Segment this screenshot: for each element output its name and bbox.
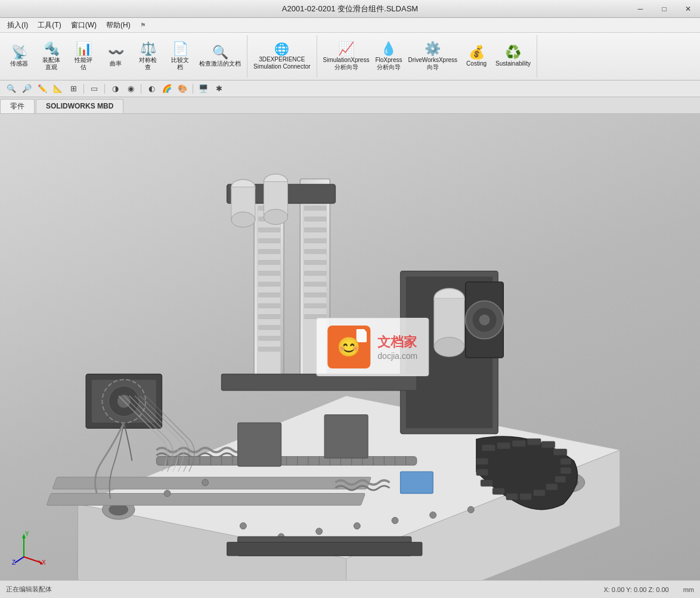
svg-rect-21 [546, 484, 557, 490]
floxpress-btn[interactable]: 💧 FloXpress分析向导 [373, 40, 404, 73]
sustainability-icon: ♻️ [505, 46, 521, 59]
simxpress-label: SimulationXpress分析向导 [323, 57, 370, 71]
svg-rect-46 [258, 314, 280, 318]
svg-rect-104 [238, 423, 281, 466]
close-btn[interactable]: ✕ [676, 0, 700, 17]
app-title: A2001-02-0201 变位滑台组件.SLDASM [282, 4, 418, 14]
watermark-smiley: 😊 [337, 336, 361, 358]
monitor-btn[interactable]: 🖥️ [197, 82, 210, 95]
paint-btn[interactable]: 🎨 [176, 82, 189, 95]
svg-rect-25 [493, 488, 504, 494]
svg-rect-61 [305, 293, 326, 297]
driveworks-btn[interactable]: ⚙️ DriveWorksXpress向导 [405, 40, 460, 73]
secondary-toolbar: 🔍 🔎 ✏️ 📐 ⊞ ▭ ◑ ◉ ◐ 🌈 🎨 🖥️ ✱ [0, 80, 700, 97]
curvature-btn[interactable]: 〰️ 曲率 [100, 44, 131, 70]
menu-window[interactable]: 窗口(W) [66, 19, 101, 32]
tab-bar: 零件 SOLIDWORKS MBD [0, 97, 700, 114]
svg-rect-39 [258, 238, 280, 243]
viewport[interactable]: 😊 文档家 docjia.com Y X Z [0, 114, 700, 580]
svg-rect-48 [258, 336, 280, 340]
svg-rect-11 [47, 494, 366, 506]
minimize-btn[interactable]: ─ [628, 0, 652, 17]
status-message: 正在编辑装配体 [6, 585, 52, 594]
svg-rect-17 [553, 449, 567, 456]
3dexp-btn[interactable]: 🌐 3DEXPERIENCESimulation Connector [251, 41, 313, 73]
symmetry-icon: ⚖️ [140, 42, 156, 55]
sustainability-label: Sustainability [495, 60, 531, 67]
performance-icon: 📊 [76, 42, 92, 55]
svg-point-109 [240, 523, 246, 529]
symmetry-label: 对称检查 [139, 57, 157, 71]
svg-rect-20 [555, 476, 566, 482]
svg-line-122 [24, 557, 42, 563]
3dexp-label: 3DEXPERIENCESimulation Connector [253, 56, 311, 70]
svg-text:Y: Y [25, 531, 29, 537]
main-toolbar: 📡 传感器 🔩 装配体直观 📊 性能评估 〰️ 曲率 ⚖️ 对称检查 📄 比较文… [0, 33, 700, 80]
svg-rect-14 [512, 440, 526, 447]
svg-rect-58 [305, 261, 326, 265]
svg-rect-60 [305, 282, 326, 286]
svg-text:Z: Z [12, 559, 16, 566]
symmetry-btn[interactable]: ⚖️ 对称检查 [132, 40, 163, 73]
pencil-btn[interactable]: ✏️ [36, 82, 49, 95]
watermark: 😊 文档家 docjia.com [316, 318, 429, 376]
check-active-btn[interactable]: 🔍 检查激活的文档 [197, 44, 243, 70]
sep3 [141, 84, 141, 94]
menu-bar: 插入(I) 工具(T) 窗口(W) 帮助(H) ⚑ [0, 18, 700, 33]
watermark-box: 😊 文档家 docjia.com [316, 318, 429, 376]
search-icon-btn[interactable]: 🔍 [5, 82, 18, 95]
menu-help[interactable]: 帮助(H) [101, 19, 135, 32]
mbd-tab[interactable]: SOLIDWORKS MBD [36, 99, 123, 113]
svg-rect-13 [497, 442, 510, 449]
svg-point-70 [264, 209, 287, 224]
svg-rect-16 [541, 441, 555, 448]
svg-rect-56 [305, 238, 326, 243]
sustainability-btn[interactable]: ♻️ Sustainability [493, 44, 533, 70]
check-active-icon: 🔍 [212, 46, 228, 59]
measure-icon-btn[interactable]: 📐 [51, 82, 64, 95]
view-mode-btn[interactable]: ◐ [145, 82, 158, 95]
driveworks-icon: ⚙️ [425, 42, 441, 55]
menu-insert[interactable]: 插入(I) [2, 19, 33, 32]
costing-btn[interactable]: 💰 Costing [461, 44, 492, 70]
color-btn[interactable]: 🌈 [160, 82, 174, 95]
floxpress-icon: 💧 [380, 42, 397, 55]
svg-rect-105 [324, 415, 368, 458]
svg-point-107 [164, 490, 171, 497]
svg-rect-62 [305, 303, 326, 308]
zoom-in-btn[interactable]: 🔎 [20, 82, 33, 95]
simxpress-btn[interactable]: 📈 SimulationXpress分析向导 [321, 40, 372, 73]
toolbar-group-2: 🌐 3DEXPERIENCESimulation Connector [251, 35, 317, 78]
compare-icon: 📄 [172, 42, 188, 55]
assembly-btn[interactable]: 🔩 装配体直观 [36, 40, 67, 73]
svg-rect-28 [476, 458, 488, 464]
svg-rect-19 [560, 467, 571, 474]
box-btn[interactable]: ▭ [88, 82, 101, 95]
maximize-btn[interactable]: □ [652, 0, 676, 17]
svg-rect-55 [305, 228, 326, 232]
menu-flag: ⚑ [140, 21, 146, 29]
costing-icon: 💰 [469, 46, 485, 59]
svg-point-79 [434, 337, 464, 357]
svg-rect-18 [560, 458, 571, 464]
performance-btn[interactable]: 📊 性能评估 [68, 40, 99, 73]
svg-rect-47 [258, 326, 280, 330]
window-controls: ─ □ ✕ [628, 0, 700, 17]
compare-btn[interactable]: 📄 比较文档 [165, 40, 196, 73]
curvature-icon: 〰️ [108, 46, 124, 59]
status-coords: X: 0.00 Y: 0.00 Z: 0.00 [603, 586, 668, 593]
status-bar: 正在编辑装配体 X: 0.00 Y: 0.00 Z: 0.00 mm [0, 580, 700, 598]
half-circle-btn[interactable]: ◑ [109, 82, 122, 95]
svg-rect-22 [533, 489, 545, 496]
sensor-btn[interactable]: 📡 传感器 [4, 44, 35, 70]
svg-rect-117 [227, 542, 422, 556]
svg-line-125 [15, 557, 24, 563]
sep1 [83, 84, 84, 94]
circle-icon-btn[interactable]: ◉ [124, 82, 137, 95]
parts-tab[interactable]: 零件 [0, 99, 35, 113]
3dexp-icon: 🌐 [274, 43, 289, 55]
anchor-btn[interactable]: ⊞ [67, 82, 80, 95]
menu-tools[interactable]: 工具(T) [33, 19, 66, 32]
star-btn[interactable]: ✱ [212, 82, 225, 95]
watermark-main-text: 文档家 [377, 333, 417, 351]
